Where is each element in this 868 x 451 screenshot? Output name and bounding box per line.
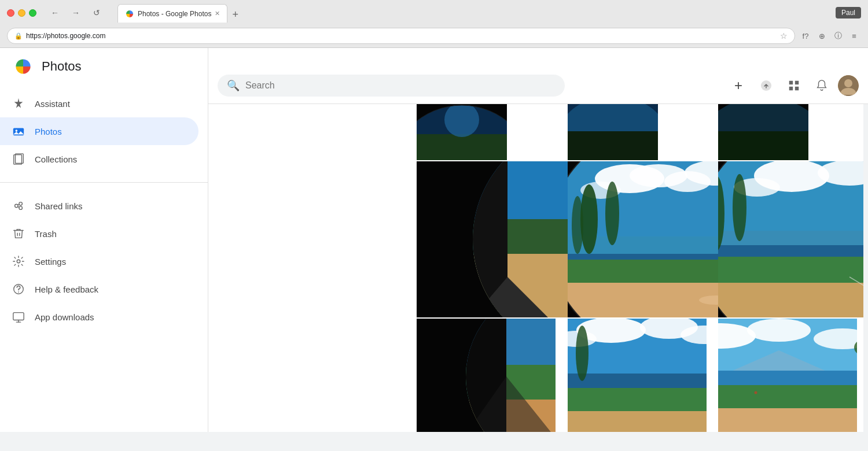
app-title: Photos <box>42 59 82 74</box>
sidebar: Photos Assistant <box>0 48 208 432</box>
maximize-button[interactable] <box>29 9 36 17</box>
app-header: 🔍 + <box>208 67 868 104</box>
svg-rect-19 <box>795 86 799 90</box>
toolbar-icons: f? ⊕ ⓘ ≡ <box>799 29 861 43</box>
sidebar-item-settings[interactable]: Settings <box>0 247 198 275</box>
photo-cell-6[interactable] <box>718 161 868 317</box>
sidebar-item-shared-links[interactable]: Shared links <box>0 192 198 220</box>
tab-bar: Photos - Google Photos ✕ + <box>111 4 250 23</box>
svg-point-11 <box>19 292 19 293</box>
svg-point-113 <box>755 391 757 394</box>
photos-icon <box>12 124 25 138</box>
svg-point-27 <box>444 102 479 137</box>
settings-icon <box>12 254 25 268</box>
sidebar-item-assistant[interactable]: Assistant <box>0 90 198 117</box>
window-controls <box>7 9 36 17</box>
browser-nav: ← → ↺ <box>47 5 105 21</box>
menu-icon[interactable]: ≡ <box>847 29 861 43</box>
scrollbar-track <box>863 67 868 451</box>
avatar-button[interactable] <box>838 75 859 96</box>
app-downloads-icon <box>12 310 25 324</box>
svg-line-8 <box>18 206 19 207</box>
search-icon: 🔍 <box>227 79 240 92</box>
svg-point-4 <box>15 204 18 208</box>
info-icon[interactable]: ⓘ <box>831 29 845 43</box>
main-content <box>417 85 868 432</box>
assistant-icon <box>12 97 25 110</box>
readability-icon[interactable]: f? <box>799 29 812 43</box>
sidebar-item-collections[interactable]: Collections <box>0 145 198 173</box>
svg-point-5 <box>19 202 22 206</box>
sidebar-header: Photos <box>0 48 208 85</box>
sidebar-secondary-nav: Shared links Trash <box>0 187 208 335</box>
sidebar-item-trash[interactable]: Trash <box>0 220 198 247</box>
svg-point-1 <box>16 130 18 132</box>
sidebar-item-label-settings: Settings <box>35 257 66 267</box>
url-text: https://photos.google.com <box>26 32 777 40</box>
upload-button[interactable] <box>755 74 778 97</box>
svg-rect-17 <box>795 80 799 84</box>
sidebar-item-label-assistant: Assistant <box>35 99 70 109</box>
svg-rect-38 <box>718 131 808 160</box>
add-button[interactable]: + <box>727 74 750 97</box>
active-tab[interactable]: Photos - Google Photos ✕ <box>117 4 227 23</box>
svg-rect-111 <box>718 408 857 432</box>
svg-point-58 <box>605 182 619 245</box>
svg-point-21 <box>844 79 852 87</box>
sidebar-item-app-downloads[interactable]: App downloads <box>0 303 198 331</box>
help-icon <box>12 282 25 296</box>
svg-rect-75 <box>718 283 868 317</box>
browser-chrome: ← → ↺ Photos - Google Photos ✕ + <box>0 0 868 48</box>
photo-cell-9[interactable] <box>718 319 857 432</box>
favicon-svg <box>125 9 134 19</box>
sidebar-item-label-photos: Photos <box>35 127 62 136</box>
forward-button[interactable]: → <box>68 5 84 21</box>
search-input[interactable] <box>245 80 556 91</box>
photo-grid <box>417 85 868 432</box>
new-tab-button[interactable]: + <box>227 6 243 23</box>
svg-point-9 <box>17 260 20 263</box>
grid-view-button[interactable] <box>782 74 806 97</box>
address-bar[interactable]: 🔒 https://photos.google.com ☆ <box>7 28 795 44</box>
svg-rect-18 <box>789 86 793 90</box>
svg-rect-12 <box>13 313 24 320</box>
sidebar-item-help[interactable]: Help & feedback <box>0 275 198 303</box>
svg-line-7 <box>18 204 19 205</box>
close-button[interactable] <box>7 9 14 17</box>
svg-point-95 <box>576 326 589 381</box>
sidebar-item-photos[interactable]: Photos <box>0 117 198 145</box>
logo-svg <box>13 56 34 77</box>
trash-icon <box>12 227 25 241</box>
user-avatar <box>838 75 859 96</box>
svg-point-101 <box>747 319 811 342</box>
svg-point-6 <box>19 206 22 210</box>
title-bar: ← → ↺ Photos - Google Photos ✕ + <box>0 0 868 25</box>
svg-rect-93 <box>568 388 707 414</box>
search-bar[interactable]: 🔍 <box>218 75 565 97</box>
svg-point-59 <box>572 196 583 254</box>
app-container: Photos Assistant <box>0 48 868 432</box>
bookmark-icon[interactable]: ☆ <box>780 31 788 40</box>
svg-rect-16 <box>789 80 793 84</box>
minimize-button[interactable] <box>18 9 25 17</box>
sidebar-item-label-collections: Collections <box>35 154 77 164</box>
refresh-button[interactable]: ↺ <box>89 5 105 21</box>
profile-button[interactable]: Paul <box>836 7 861 19</box>
photo-cell-8[interactable] <box>568 319 707 432</box>
notifications-button[interactable] <box>810 74 833 97</box>
address-bar-row: 🔒 https://photos.google.com ☆ f? ⊕ ⓘ ≡ <box>0 25 868 47</box>
back-button[interactable]: ← <box>47 5 63 21</box>
readinglist-icon[interactable]: ⊕ <box>815 29 829 43</box>
svg-rect-96 <box>568 411 707 432</box>
secure-icon: 🔒 <box>14 32 23 40</box>
shared-links-icon <box>12 199 25 213</box>
google-photos-logo <box>12 55 35 78</box>
sidebar-item-label-app-downloads: App downloads <box>35 312 94 322</box>
tab-close-icon[interactable]: ✕ <box>215 10 220 17</box>
sidebar-primary-nav: Assistant Photos <box>0 85 208 178</box>
sidebar-item-label-trash: Trash <box>35 229 57 239</box>
tab-title: Photos - Google Photos <box>138 10 211 18</box>
svg-rect-33 <box>568 131 658 160</box>
collections-icon <box>12 152 25 166</box>
photo-cell-7[interactable] <box>417 319 556 432</box>
